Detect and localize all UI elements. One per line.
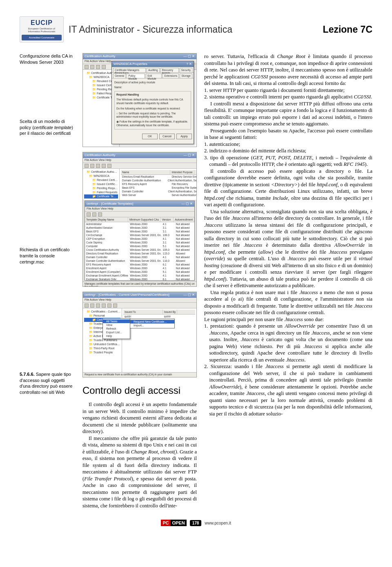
tree-node[interactable]: Untrusted Certificates [84, 342, 120, 346]
list-row[interactable]: CEP EncryptionWindows 20004.1Not allowed [85, 237, 194, 241]
col-issued-by[interactable]: Issued By [163, 310, 178, 314]
tree-node[interactable]: Personal [84, 314, 120, 318]
tree-node[interactable]: Revoked Certificates [84, 178, 118, 182]
radio-pending[interactable]: Set the certificate request status to pe… [116, 112, 189, 119]
list-row[interactable]: EFS Recovery AgentFile Recovery [121, 182, 197, 186]
list-row[interactable]: Domain ControllerClient Authentication, … [121, 190, 197, 193]
tab-active[interactable]: Policy Module [127, 74, 145, 78]
window-controls-icon[interactable]: — ▢ ✕ [184, 153, 195, 157]
menubar[interactable]: File Action View Help [85, 207, 194, 212]
menu-item-import[interactable]: Import... [130, 324, 174, 327]
menu-item[interactable]: Export List... [103, 330, 130, 334]
radio-follow-template[interactable]: Follow the settings in the certificate t… [116, 120, 189, 127]
dialog-buttons: OK Cancel Apply [112, 132, 194, 141]
list-row[interactable]: Domain ControllerWindows 20004.1Not allo… [85, 255, 194, 259]
menu-item[interactable]: Refresh [103, 327, 130, 330]
tree-node[interactable]: Pending Requests [84, 186, 118, 190]
toolbar-icon[interactable] [85, 65, 89, 69]
list-row[interactable]: Enrollment Agent (Computer)Windows 20005… [85, 270, 194, 274]
tab[interactable]: Storage [180, 74, 192, 78]
list-row[interactable]: Code SigningWindows 20003.1Not allowed [85, 241, 194, 244]
cancel-button[interactable]: Cancel [159, 134, 175, 139]
paragraph: Una soluzione alternativa, sconsigliata … [204, 208, 372, 289]
col-name[interactable]: Name [121, 170, 170, 174]
cell: gobbi [163, 315, 172, 318]
list-row[interactable]: Cross Certification AuthorityWindows Ser… [85, 248, 194, 252]
toolbar-icon[interactable] [90, 304, 94, 308]
toolbar-icon[interactable] [102, 65, 106, 69]
menu-item-all-tasks[interactable]: All Tasks [103, 319, 130, 323]
ok-button[interactable]: OK [142, 134, 158, 139]
tab[interactable]: Extensions [163, 74, 179, 78]
toolbar-icon[interactable] [85, 304, 89, 308]
toolbar-icon[interactable] [107, 304, 111, 308]
col-purpose[interactable]: Intended Purpose [170, 170, 194, 174]
list-row[interactable]: Authenticated SessionWindows 20003.1Not … [85, 226, 194, 230]
toolbar-icon[interactable] [92, 212, 96, 217]
col-autoenroll[interactable]: Autoenrollment [174, 217, 194, 222]
list-row[interactable]: EFS Recovery AgentWindows 20006.1Not all… [85, 263, 194, 266]
list-row[interactable]: Web ServerServer Authentication [121, 193, 197, 197]
menu-item[interactable]: View [103, 323, 130, 327]
list-row[interactable]: Enrollment AgentWindows 20004.1Not allow… [85, 266, 194, 270]
tree-node-selected[interactable]: Certificate Templates [84, 194, 118, 199]
tab[interactable]: Exit Module [146, 74, 162, 78]
list-row[interactable]: AdministratorWindows 20004.1Not allowed [85, 222, 194, 226]
window-titlebar: Certification Authority— ▢ ✕ [83, 152, 196, 158]
dialog-title: WIN2003CA Properties [114, 62, 147, 66]
toolbar-icon[interactable] [107, 164, 111, 168]
tree-node[interactable]: Trusted People [84, 350, 120, 355]
close-icon[interactable]: ? ✕ [186, 62, 192, 66]
screenshot-cert-templates: Certification Authority— ▢ ✕ File Action… [82, 152, 197, 287]
list-row[interactable]: gobbigobbi [123, 315, 195, 318]
tab[interactable]: Auditing [147, 68, 160, 72]
list-row[interactable]: Directory Email ReplicationWindows Serve… [85, 252, 194, 255]
toolbar-icon[interactable] [113, 304, 117, 308]
tree-node[interactable]: Failed Requests [84, 190, 118, 194]
window-controls-icon[interactable]: — ▢ ✕ [184, 293, 195, 297]
apply-button[interactable]: Apply [176, 134, 192, 139]
window-controls-icon[interactable]: — ▢ ✕ [182, 202, 193, 206]
list-row[interactable]: CA ExchangeWindows Server 2003, En...106… [85, 233, 194, 237]
tab[interactable]: Security [180, 68, 192, 72]
toolbar-icon[interactable] [102, 164, 106, 168]
tree-node[interactable]: Issued Certificates [84, 182, 118, 186]
col-template-name[interactable]: Template Display Name [85, 217, 128, 222]
menu-item-request-cert[interactable]: Request New Certificate... [130, 320, 174, 324]
list-row[interactable]: Exchange Enrollment Agent (Offline reque… [85, 274, 194, 277]
toolbar-icon[interactable] [98, 212, 102, 217]
toolbar-icon[interactable] [96, 304, 100, 308]
list-row[interactable]: Exchange Signature OnlyWindows 20006.1No… [85, 277, 194, 280]
list-row[interactable]: Domain Controller AuthenticationWindows … [85, 259, 194, 263]
toolbar-icon[interactable] [85, 164, 89, 168]
tab[interactable]: General [113, 74, 126, 78]
context-menu[interactable]: All Tasks View Refresh Export List... He… [102, 318, 130, 339]
toolbar-icon[interactable] [90, 164, 94, 168]
col-issued-to[interactable]: Issued To [123, 310, 163, 314]
window-controls-icon[interactable]: — ▢ ✕ [184, 54, 195, 58]
col-version[interactable]: Version [160, 217, 174, 222]
col-min-ca[interactable]: Minimum Supported CAs [128, 217, 160, 222]
toolbar-icon[interactable] [87, 212, 91, 217]
toolbar-icon[interactable] [96, 164, 100, 168]
list-row[interactable]: Directory Email ReplicationDirectory Ser… [121, 175, 197, 179]
tab[interactable]: Recovery Agents [160, 68, 179, 72]
tree-node[interactable]: Certification Authority (Local) [84, 170, 118, 174]
menubar[interactable]: File Action View Help [83, 158, 196, 163]
tab[interactable]: Certificate Managers Restrictions [113, 68, 146, 72]
tree-view[interactable]: Certification Authority (Local) WIN2003C… [83, 169, 120, 200]
list-item: 2. indirizzo o dominio del mittente dell… [204, 147, 372, 154]
list-row[interactable]: Basic EFSEncrypting File System [121, 186, 197, 190]
menubar[interactable]: File Action View Help [83, 298, 196, 303]
toolbar-icon[interactable] [102, 304, 106, 308]
toolbar-icon[interactable] [96, 65, 100, 69]
tree-node[interactable]: WIN2003CA [84, 174, 118, 178]
list-row[interactable]: ComputerWindows 20005.1Not allowed [85, 244, 194, 248]
toolbar-icon[interactable] [90, 65, 94, 69]
list-row[interactable]: Basic EFSWindows 20003.1Not allowed [85, 230, 194, 233]
list-row[interactable]: Domain Controller AuthenticationClient A… [121, 179, 197, 182]
submenu[interactable]: Request New Certificate... Import... [130, 319, 175, 328]
tree-node[interactable]: Certificates - Current User [84, 310, 120, 314]
tree-node[interactable]: Third-Party Root [84, 346, 120, 350]
menu-item[interactable]: Help [103, 334, 130, 338]
